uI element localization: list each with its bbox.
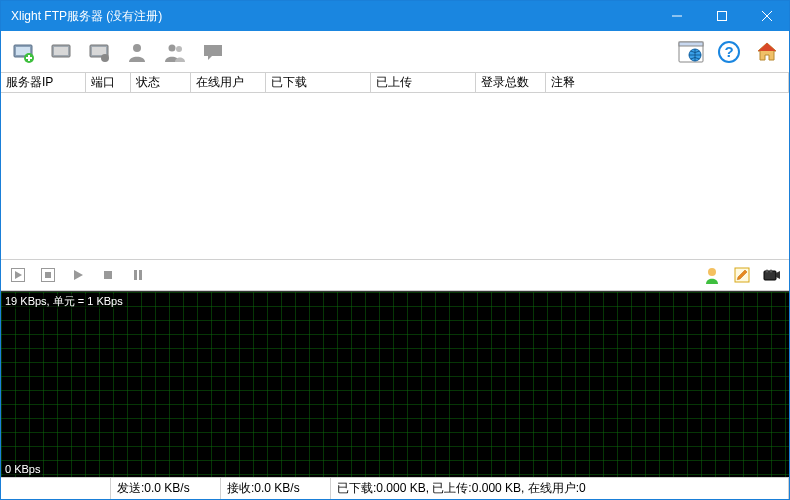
statusbar: 发送:0.0 KB/s 接收:0.0 KB/s 已下载:0.000 KB, 已上… (1, 477, 789, 499)
chat-icon[interactable] (199, 38, 227, 66)
svg-point-14 (133, 44, 141, 52)
svg-rect-26 (134, 270, 137, 280)
play-boxed-icon[interactable] (9, 266, 27, 284)
chart-zero-label: 0 KBps (3, 463, 42, 475)
column-status[interactable]: 状态 (131, 73, 191, 92)
svg-point-31 (766, 270, 769, 273)
svg-point-28 (708, 268, 716, 276)
window-title: Xlight FTP服务器 (没有注册) (11, 8, 654, 25)
svg-rect-30 (764, 271, 776, 280)
svg-rect-25 (104, 271, 112, 279)
column-comment[interactable]: 注释 (546, 73, 789, 92)
column-server-ip[interactable]: 服务器IP (1, 73, 86, 92)
column-login-total[interactable]: 登录总数 (476, 73, 546, 92)
chart-grid (1, 292, 789, 477)
svg-point-15 (169, 44, 176, 51)
svg-rect-18 (679, 42, 703, 46)
server-settings-icon[interactable] (85, 38, 113, 66)
users-icon[interactable] (161, 38, 189, 66)
status-summary: 已下载:0.000 KB, 已上传:0.000 KB, 在线用户:0 (331, 478, 789, 499)
edit-icon[interactable] (733, 266, 751, 284)
column-online-users[interactable]: 在线用户 (191, 73, 266, 92)
titlebar: Xlight FTP服务器 (没有注册) (1, 1, 789, 31)
media-toolbar (1, 259, 789, 291)
server-icon[interactable] (47, 38, 75, 66)
svg-rect-1 (717, 12, 726, 21)
minimize-button[interactable] (654, 1, 699, 31)
svg-rect-12 (92, 47, 106, 55)
help-icon[interactable]: ? (715, 38, 743, 66)
stop-boxed-icon[interactable] (39, 266, 57, 284)
window-controls (654, 1, 789, 31)
globe-panel-icon[interactable] (677, 38, 705, 66)
svg-rect-27 (139, 270, 142, 280)
column-uploaded[interactable]: 已上传 (371, 73, 476, 92)
play-icon[interactable] (69, 266, 87, 284)
main-toolbar: ? (1, 31, 789, 73)
close-button[interactable] (744, 1, 789, 31)
svg-point-16 (176, 46, 182, 52)
server-table-body[interactable] (1, 93, 789, 259)
bandwidth-chart: 19 KBps, 单元 = 1 KBps 0 KBps (1, 291, 789, 477)
server-table-header: 服务器IP 端口 状态 在线用户 已下载 已上传 登录总数 注释 (1, 73, 789, 93)
svg-point-32 (770, 270, 773, 273)
svg-rect-10 (54, 47, 68, 55)
column-port[interactable]: 端口 (86, 73, 131, 92)
user-color-icon[interactable] (703, 266, 721, 284)
stop-icon[interactable] (99, 266, 117, 284)
pause-icon[interactable] (129, 266, 147, 284)
status-recv: 接收:0.0 KB/s (221, 478, 331, 499)
status-send: 发送:0.0 KB/s (111, 478, 221, 499)
svg-point-13 (101, 54, 109, 62)
svg-text:?: ? (724, 43, 733, 60)
column-downloaded[interactable]: 已下载 (266, 73, 371, 92)
svg-rect-34 (1, 292, 789, 477)
chart-scale-label: 19 KBps, 单元 = 1 KBps (3, 294, 125, 309)
add-server-icon[interactable] (9, 38, 37, 66)
home-icon[interactable] (753, 38, 781, 66)
maximize-button[interactable] (699, 1, 744, 31)
user-icon[interactable] (123, 38, 151, 66)
svg-rect-24 (45, 272, 51, 278)
camera-icon[interactable] (763, 266, 781, 284)
status-blank (1, 478, 111, 499)
